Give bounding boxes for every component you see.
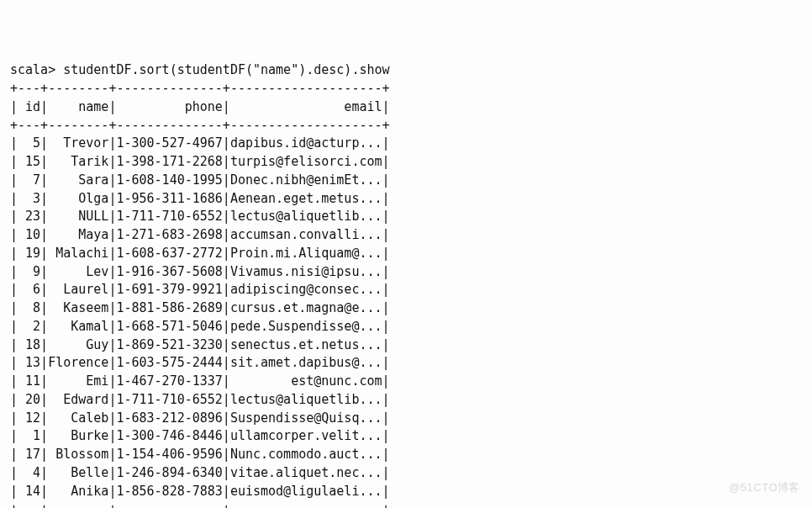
watermark: @51CTO博客 <box>729 480 800 496</box>
table-header-border-top: +---+--------+--------------+-----------… <box>10 81 390 96</box>
repl-command: studentDF.sort(studentDF("name").desc).s… <box>63 62 389 77</box>
table-body: | 5| Trevor|1-300-527-4967|dapibus.id@ac… <box>10 135 390 498</box>
table-header-border-bottom: +---+--------+--------------+-----------… <box>10 118 390 133</box>
repl-prompt: scala> <box>10 62 63 77</box>
table-header-row: | id| name| phone| email| <box>10 99 390 114</box>
table-footer-border: +---+--------+--------------+-----------… <box>10 501 390 508</box>
